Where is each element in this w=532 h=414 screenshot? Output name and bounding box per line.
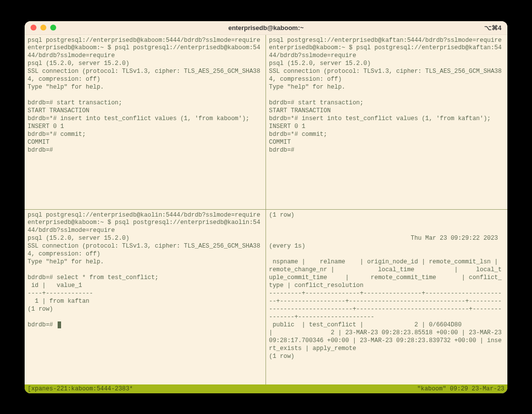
terminal-body[interactable]: psql postgresql://enterprisedb@kaboom:54… xyxy=(25,35,507,393)
terminal-window: enterprisedb@kaboom:~ ⌥⌘4 psql postgresq… xyxy=(25,21,507,393)
pane-content: psql postgresql://enterprisedb@kaolin:54… xyxy=(28,212,260,329)
cursor-icon xyxy=(58,321,61,328)
pane-content: psql postgresql://enterprisedb@kaboom:54… xyxy=(28,37,260,154)
pane-content: psql postgresql://enterprisedb@kaftan:54… xyxy=(269,37,501,154)
pane-top-left[interactable]: psql postgresql://enterprisedb@kaboom:54… xyxy=(25,35,266,210)
statusbar-left: [xpanes-221:kaboom:5444-2383* xyxy=(28,384,133,393)
titlebar: enterprisedb@kaboom:~ ⌥⌘4 xyxy=(25,21,507,35)
tmux-panes: psql postgresql://enterprisedb@kaboom:54… xyxy=(25,35,507,384)
minimize-window-button[interactable] xyxy=(40,25,46,31)
pane-content: (1 row) Thu Mar 23 09:29:22 2023 (every … xyxy=(269,212,507,360)
statusbar-right: "kaboom" 09:29 23-Mar-23 xyxy=(417,384,504,393)
window-shortcut-label: ⌥⌘4 xyxy=(484,24,501,32)
maximize-window-button[interactable] xyxy=(50,25,56,31)
pane-top-right[interactable]: psql postgresql://enterprisedb@kaftan:54… xyxy=(266,35,507,210)
pane-bottom-right[interactable]: (1 row) Thu Mar 23 09:29:22 2023 (every … xyxy=(266,210,507,384)
pane-bottom-left[interactable]: psql postgresql://enterprisedb@kaolin:54… xyxy=(25,210,266,384)
tmux-statusbar: [xpanes-221:kaboom:5444-2383* "kaboom" 0… xyxy=(25,384,507,393)
window-title: enterprisedb@kaboom:~ xyxy=(25,24,507,32)
close-window-button[interactable] xyxy=(31,25,36,31)
traffic-lights xyxy=(31,25,56,31)
